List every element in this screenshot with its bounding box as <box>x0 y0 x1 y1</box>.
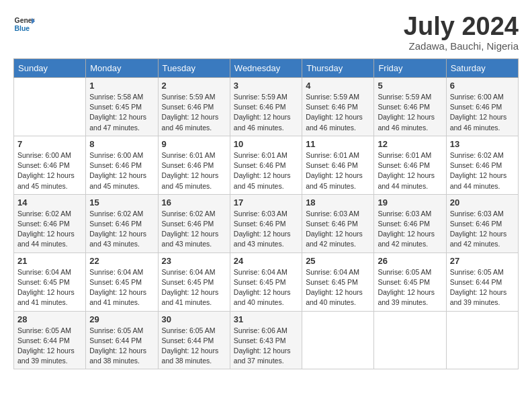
calendar-body: 1Sunrise: 5:58 AM Sunset: 6:45 PM Daylig… <box>14 78 519 369</box>
day-number: 20 <box>450 197 515 208</box>
day-info: Sunrise: 6:02 AM Sunset: 6:46 PM Dayligh… <box>17 209 82 250</box>
day-number: 6 <box>450 81 515 91</box>
day-number: 18 <box>306 197 370 208</box>
day-number: 31 <box>234 314 298 324</box>
day-info: Sunrise: 6:05 AM Sunset: 6:44 PM Dayligh… <box>89 326 154 367</box>
calendar-day-cell: 28Sunrise: 6:05 AM Sunset: 6:44 PM Dayli… <box>14 311 86 369</box>
calendar-day-cell: 24Sunrise: 6:04 AM Sunset: 6:45 PM Dayli… <box>230 253 302 311</box>
location: Zadawa, Bauchi, Nigeria <box>404 40 519 52</box>
day-number: 5 <box>378 81 442 91</box>
day-info: Sunrise: 5:59 AM Sunset: 6:46 PM Dayligh… <box>162 92 226 133</box>
calendar-week-row: 7Sunrise: 6:00 AM Sunset: 6:46 PM Daylig… <box>14 136 519 194</box>
calendar-day-cell: 27Sunrise: 6:05 AM Sunset: 6:44 PM Dayli… <box>446 253 518 311</box>
svg-text:Blue: Blue <box>15 25 30 32</box>
day-info: Sunrise: 6:04 AM Sunset: 6:45 PM Dayligh… <box>306 267 370 308</box>
calendar-day-cell: 20Sunrise: 6:03 AM Sunset: 6:46 PM Dayli… <box>446 194 518 253</box>
day-number: 10 <box>234 139 298 149</box>
day-number: 11 <box>306 139 370 149</box>
calendar-day-cell: 6Sunrise: 6:00 AM Sunset: 6:46 PM Daylig… <box>446 78 518 136</box>
day-info: Sunrise: 6:03 AM Sunset: 6:46 PM Dayligh… <box>306 209 370 250</box>
calendar-day-cell: 23Sunrise: 6:04 AM Sunset: 6:45 PM Dayli… <box>158 253 230 311</box>
calendar-day-cell: 30Sunrise: 6:05 AM Sunset: 6:44 PM Dayli… <box>158 311 230 369</box>
calendar-day-cell: 4Sunrise: 5:59 AM Sunset: 6:46 PM Daylig… <box>302 78 374 136</box>
calendar-day-cell: 7Sunrise: 6:00 AM Sunset: 6:46 PM Daylig… <box>14 136 86 194</box>
calendar-day-cell: 13Sunrise: 6:02 AM Sunset: 6:46 PM Dayli… <box>446 136 518 194</box>
day-number: 8 <box>89 139 154 149</box>
day-info: Sunrise: 6:00 AM Sunset: 6:46 PM Dayligh… <box>89 150 154 191</box>
calendar-header-cell: Sunday <box>14 59 86 78</box>
calendar-week-row: 28Sunrise: 6:05 AM Sunset: 6:44 PM Dayli… <box>14 311 519 369</box>
calendar-header-cell: Saturday <box>446 59 518 78</box>
calendar-day-cell <box>14 78 86 136</box>
day-info: Sunrise: 6:04 AM Sunset: 6:45 PM Dayligh… <box>17 267 82 308</box>
calendar-header-cell: Thursday <box>302 59 374 78</box>
calendar-week-row: 14Sunrise: 6:02 AM Sunset: 6:46 PM Dayli… <box>14 194 519 253</box>
calendar-day-cell: 26Sunrise: 6:05 AM Sunset: 6:45 PM Dayli… <box>374 253 446 311</box>
day-number: 17 <box>234 197 298 208</box>
day-info: Sunrise: 6:06 AM Sunset: 6:43 PM Dayligh… <box>234 326 298 367</box>
day-info: Sunrise: 6:04 AM Sunset: 6:45 PM Dayligh… <box>89 267 154 308</box>
calendar-day-cell: 21Sunrise: 6:04 AM Sunset: 6:45 PM Dayli… <box>14 253 86 311</box>
day-info: Sunrise: 6:00 AM Sunset: 6:46 PM Dayligh… <box>17 150 82 191</box>
day-info: Sunrise: 6:04 AM Sunset: 6:45 PM Dayligh… <box>162 267 226 308</box>
day-number: 7 <box>17 139 82 149</box>
day-info: Sunrise: 6:05 AM Sunset: 6:44 PM Dayligh… <box>17 326 82 367</box>
day-info: Sunrise: 6:05 AM Sunset: 6:45 PM Dayligh… <box>378 267 442 308</box>
calendar-day-cell: 1Sunrise: 5:58 AM Sunset: 6:45 PM Daylig… <box>86 78 158 136</box>
day-number: 14 <box>17 197 82 208</box>
day-info: Sunrise: 6:02 AM Sunset: 6:46 PM Dayligh… <box>89 209 154 250</box>
day-number: 1 <box>89 81 154 91</box>
day-number: 23 <box>162 256 226 266</box>
calendar-day-cell: 16Sunrise: 6:02 AM Sunset: 6:46 PM Dayli… <box>158 194 230 253</box>
day-number: 16 <box>162 197 226 208</box>
month-title: July 2024 <box>404 13 519 39</box>
day-number: 12 <box>378 139 442 149</box>
day-number: 4 <box>306 81 370 91</box>
calendar-day-cell: 22Sunrise: 6:04 AM Sunset: 6:45 PM Dayli… <box>86 253 158 311</box>
calendar-day-cell <box>374 311 446 369</box>
calendar-day-cell: 31Sunrise: 6:06 AM Sunset: 6:43 PM Dayli… <box>230 311 302 369</box>
day-number: 22 <box>89 256 154 266</box>
day-info: Sunrise: 6:01 AM Sunset: 6:46 PM Dayligh… <box>162 150 226 191</box>
day-number: 30 <box>162 314 226 324</box>
calendar-day-cell: 15Sunrise: 6:02 AM Sunset: 6:46 PM Dayli… <box>86 194 158 253</box>
calendar-day-cell <box>446 311 518 369</box>
calendar-header-cell: Monday <box>86 59 158 78</box>
calendar-day-cell: 12Sunrise: 6:01 AM Sunset: 6:46 PM Dayli… <box>374 136 446 194</box>
calendar-header-cell: Wednesday <box>230 59 302 78</box>
day-number: 27 <box>450 256 515 266</box>
day-info: Sunrise: 6:00 AM Sunset: 6:46 PM Dayligh… <box>450 92 515 133</box>
day-info: Sunrise: 6:04 AM Sunset: 6:45 PM Dayligh… <box>234 267 298 308</box>
day-info: Sunrise: 6:01 AM Sunset: 6:46 PM Dayligh… <box>306 150 370 191</box>
day-info: Sunrise: 5:59 AM Sunset: 6:46 PM Dayligh… <box>306 92 370 133</box>
title-block: July 2024 Zadawa, Bauchi, Nigeria <box>404 13 519 52</box>
day-number: 25 <box>306 256 370 266</box>
day-info: Sunrise: 5:58 AM Sunset: 6:45 PM Dayligh… <box>89 92 154 133</box>
day-info: Sunrise: 6:03 AM Sunset: 6:46 PM Dayligh… <box>450 209 515 250</box>
calendar-table: SundayMondayTuesdayWednesdayThursdayFrid… <box>13 58 519 369</box>
day-number: 24 <box>234 256 298 266</box>
calendar-header-cell: Friday <box>374 59 446 78</box>
day-info: Sunrise: 6:05 AM Sunset: 6:44 PM Dayligh… <box>450 267 515 308</box>
day-info: Sunrise: 5:59 AM Sunset: 6:46 PM Dayligh… <box>234 92 298 133</box>
day-number: 13 <box>450 139 515 149</box>
calendar-day-cell: 9Sunrise: 6:01 AM Sunset: 6:46 PM Daylig… <box>158 136 230 194</box>
calendar-day-cell: 29Sunrise: 6:05 AM Sunset: 6:44 PM Dayli… <box>86 311 158 369</box>
day-info: Sunrise: 6:03 AM Sunset: 6:46 PM Dayligh… <box>378 209 442 250</box>
day-number: 15 <box>89 197 154 208</box>
calendar-day-cell: 18Sunrise: 6:03 AM Sunset: 6:46 PM Dayli… <box>302 194 374 253</box>
day-number: 2 <box>162 81 226 91</box>
day-info: Sunrise: 6:01 AM Sunset: 6:46 PM Dayligh… <box>234 150 298 191</box>
calendar-day-cell: 10Sunrise: 6:01 AM Sunset: 6:46 PM Dayli… <box>230 136 302 194</box>
calendar-day-cell: 25Sunrise: 6:04 AM Sunset: 6:45 PM Dayli… <box>302 253 374 311</box>
calendar-day-cell: 14Sunrise: 6:02 AM Sunset: 6:46 PM Dayli… <box>14 194 86 253</box>
calendar-day-cell: 3Sunrise: 5:59 AM Sunset: 6:46 PM Daylig… <box>230 78 302 136</box>
logo: General Blue <box>13 13 35 35</box>
calendar-day-cell <box>302 311 374 369</box>
day-info: Sunrise: 6:02 AM Sunset: 6:46 PM Dayligh… <box>162 209 226 250</box>
calendar-header-cell: Tuesday <box>158 59 230 78</box>
calendar-week-row: 1Sunrise: 5:58 AM Sunset: 6:45 PM Daylig… <box>14 78 519 136</box>
calendar-day-cell: 8Sunrise: 6:00 AM Sunset: 6:46 PM Daylig… <box>86 136 158 194</box>
day-number: 28 <box>17 314 82 324</box>
calendar-day-cell: 2Sunrise: 5:59 AM Sunset: 6:46 PM Daylig… <box>158 78 230 136</box>
